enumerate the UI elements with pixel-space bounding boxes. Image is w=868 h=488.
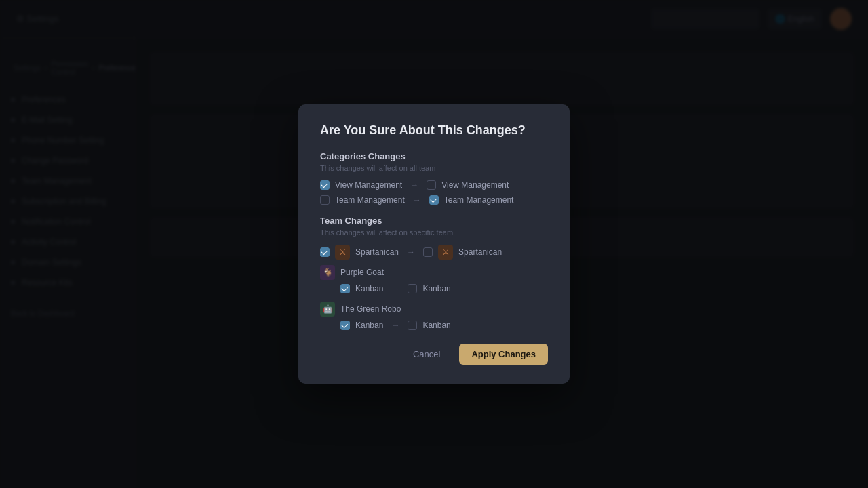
arrow-icon-5: →: [391, 321, 399, 330]
team-section-subtitle: This changes will affect on specific tea…: [320, 228, 548, 237]
apply-changes-button[interactable]: Apply Changes: [459, 344, 548, 365]
spartanican-to-checkbox[interactable]: [423, 247, 433, 257]
arrow-icon-1: →: [410, 180, 418, 190]
category-change-row-2: Team Management → Team Management: [320, 195, 548, 205]
green-robo-kanban-from-label: Kanban: [355, 321, 383, 330]
green-robo-header: 🤖 The Green Robo: [320, 302, 548, 317]
to-checkbox-view[interactable]: [427, 180, 436, 190]
to-label-team: Team Management: [444, 195, 514, 205]
purple-goat-kanban-row: Kanban → Kanban: [340, 284, 548, 293]
categories-section-subtitle: This changes will affect on all team: [320, 164, 548, 172]
arrow-icon-4: →: [391, 284, 399, 293]
from-checkbox-view[interactable]: [320, 180, 330, 190]
green-robo-name: The Green Robo: [340, 304, 401, 314]
purple-goat-kanban-to-checkbox[interactable]: [408, 284, 417, 293]
green-robo-kanban-row: Kanban → Kanban: [340, 321, 548, 330]
categories-section-title: Categories Changes: [320, 151, 548, 161]
green-robo-icon: 🤖: [320, 302, 335, 317]
spartanican-from-checkbox[interactable]: [320, 247, 330, 257]
purple-goat-icon: 🐐: [320, 265, 335, 280]
spartanican-icon-to: ⚔: [438, 245, 453, 260]
purple-goat-header: 🐐 Purple Goat: [320, 265, 548, 280]
green-robo-kanban-to-label: Kanban: [422, 321, 450, 330]
to-label-view: View Management: [441, 180, 509, 190]
team-purple-goat: 🐐 Purple Goat Kanban → Kanban: [320, 265, 548, 293]
team-section-title: Team Changes: [320, 216, 548, 226]
dialog-title: Are You Sure About This Changes?: [320, 123, 548, 138]
spartanican-name-from: Spartanican: [355, 247, 399, 257]
to-checkbox-team[interactable]: [429, 195, 439, 205]
arrow-icon-3: →: [407, 247, 415, 257]
green-robo-kanban-to-checkbox[interactable]: [408, 321, 417, 330]
cancel-button[interactable]: Cancel: [401, 344, 452, 365]
purple-goat-kanban-to-label: Kanban: [422, 284, 450, 293]
category-change-row-1: View Management → View Management: [320, 180, 548, 190]
from-label-view: View Management: [335, 180, 402, 190]
from-label-team: Team Management: [335, 195, 405, 205]
from-checkbox-team[interactable]: [320, 195, 330, 205]
green-robo-kanban-from-checkbox[interactable]: [340, 321, 350, 330]
purple-goat-kanban-from-checkbox[interactable]: [340, 284, 350, 293]
team-green-robo: 🤖 The Green Robo Kanban → Kanban: [320, 302, 548, 330]
confirmation-dialog: Are You Sure About This Changes? Categor…: [298, 104, 570, 384]
purple-goat-name: Purple Goat: [340, 268, 384, 277]
arrow-icon-2: →: [413, 195, 421, 205]
spartanican-icon-from: ⚔: [335, 245, 350, 260]
purple-goat-kanban-from-label: Kanban: [355, 284, 383, 293]
dialog-footer: Cancel Apply Changes: [320, 344, 548, 365]
modal-overlay: Are You Sure About This Changes? Categor…: [0, 0, 868, 488]
team-row-spartanican: ⚔ Spartanican → ⚔ Spartanican: [320, 245, 548, 260]
spartanican-name-to: Spartanican: [458, 247, 502, 257]
